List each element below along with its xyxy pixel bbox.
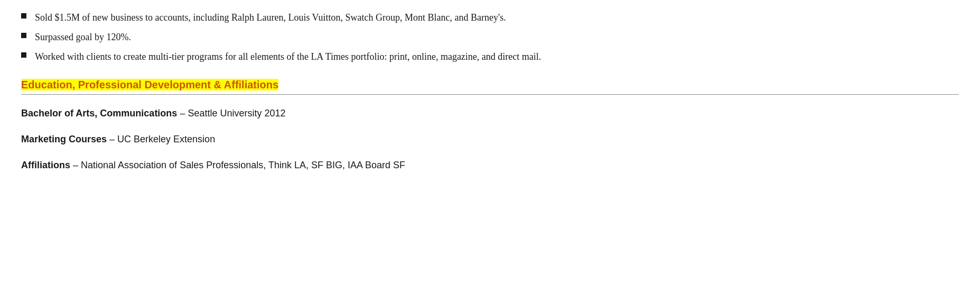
bullet-text-3: Worked with clients to create multi-tier… <box>35 50 959 64</box>
list-item: Sold $1.5M of new business to accounts, … <box>21 11 959 25</box>
edu-value-2: UC Berkeley Extension <box>117 134 215 144</box>
edu-label-3: Affiliations <box>21 160 70 170</box>
education-item-1: Bachelor of Arts, Communications – Seatt… <box>21 106 959 121</box>
list-item: Worked with clients to create multi-tier… <box>21 50 959 64</box>
edu-value-3: National Association of Sales Profession… <box>81 160 405 170</box>
edu-dash-3: – <box>70 160 81 170</box>
bullet-list: Sold $1.5M of new business to accounts, … <box>21 11 959 64</box>
edu-dash-2: – <box>107 134 117 144</box>
list-item: Surpassed goal by 120%. <box>21 30 959 44</box>
education-section: Bachelor of Arts, Communications – Seatt… <box>21 106 959 172</box>
section-heading-container: Education, Professional Development & Af… <box>21 79 959 91</box>
edu-label-2: Marketing Courses <box>21 134 107 144</box>
edu-dash-1: – <box>177 108 188 119</box>
edu-label-1: Bachelor of Arts, Communications <box>21 108 177 119</box>
page-container: Sold $1.5M of new business to accounts, … <box>0 0 980 291</box>
bullet-icon <box>21 13 26 19</box>
bullet-icon <box>21 33 26 38</box>
edu-value-1: Seattle University 2012 <box>188 108 285 119</box>
education-item-2: Marketing Courses – UC Berkeley Extensio… <box>21 132 959 147</box>
bullet-section: Sold $1.5M of new business to accounts, … <box>21 11 959 64</box>
section-heading: Education, Professional Development & Af… <box>21 79 278 90</box>
education-item-3: Affiliations – National Association of S… <box>21 158 959 172</box>
bullet-text-2: Surpassed goal by 120%. <box>35 30 959 44</box>
bullet-text-1: Sold $1.5M of new business to accounts, … <box>35 11 959 25</box>
section-divider <box>21 94 959 95</box>
bullet-icon <box>21 52 26 58</box>
